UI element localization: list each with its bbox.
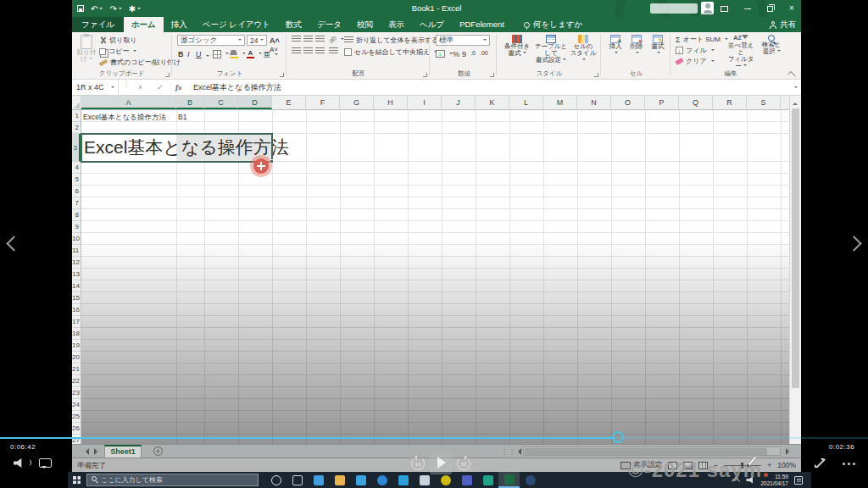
column-header-M[interactable]: M [543,96,577,109]
column-header-P[interactable]: P [645,96,679,109]
column-header-G[interactable]: G [340,96,374,109]
copy-button[interactable]: コピー [99,47,136,56]
delete-cells-button[interactable]: × 削除 [626,35,647,57]
row-header-7[interactable]: 7 [72,197,81,209]
row-header-5[interactable]: 5 [72,174,81,186]
cells-area[interactable]: Excel基本となる操作方法 B1 Excel基本となる操作方法 [81,110,789,444]
column-header-H[interactable]: H [374,96,408,109]
accounting-format-button[interactable]: $ [436,50,453,58]
taskbar-app-excel[interactable] [498,472,520,488]
name-box-caret-icon[interactable] [111,86,114,90]
ribbon-tab-file[interactable]: ファイル [72,17,124,32]
decrease-indent-button[interactable] [329,47,338,55]
action-center-icon[interactable] [794,476,803,485]
row-header-1[interactable]: 1 [72,110,81,122]
column-header-Q[interactable]: Q [679,96,713,109]
minimize-button[interactable] [738,0,757,17]
row-header-27[interactable]: 27 [72,435,81,444]
decrease-decimal-button[interactable]: .00 [480,50,488,56]
formula-content[interactable]: Excel基本となる操作方法 [193,80,281,96]
new-sheet-icon[interactable]: + [153,446,163,456]
cell-styles-button[interactable]: セルのスタイル [569,35,598,64]
zoom-level[interactable]: 100% [777,461,796,469]
account-name[interactable] [650,3,698,14]
scroll-right-icon[interactable] [786,448,793,455]
redo-icon[interactable]: ↷ [109,4,121,14]
number-dialog-launcher-icon[interactable] [490,73,494,77]
ribbon-tab[interactable]: PDFelement [452,17,512,32]
increase-decimal-button[interactable]: .0 [470,50,476,56]
taskbar-app-photos[interactable] [308,472,329,488]
row-header-3[interactable]: 3 [72,134,81,162]
insert-cells-button[interactable]: + 挿入 [605,35,626,57]
close-button[interactable]: × [782,0,801,17]
italic-button[interactable]: I [187,50,190,58]
grid-body[interactable]: 1234567891011121314151617181920212223242… [72,110,789,444]
column-header-L[interactable]: L [509,96,543,109]
column-header-B[interactable]: B [176,96,204,109]
align-bottom-button[interactable] [315,36,325,43]
underline-caret-icon[interactable] [206,55,209,58]
row-header-20[interactable]: 20 [72,352,81,363]
timeline-playhead[interactable] [612,431,624,443]
taskbar-app-file-explorer[interactable] [329,472,350,488]
more-options-icon[interactable] [843,463,855,465]
align-top-button[interactable] [292,36,301,43]
wrap-text-button[interactable]: 折り返して全体を表示する [344,36,438,45]
save-icon[interactable] [77,5,84,12]
align-left-button[interactable] [292,47,301,55]
font-dialog-launcher-icon[interactable] [280,73,284,77]
taskbar-app-screen-recorder[interactable] [520,472,541,488]
align-middle-button[interactable] [303,36,313,43]
scroll-up-icon[interactable] [793,100,798,105]
row-header-19[interactable]: 19 [72,340,81,352]
comma-style-button[interactable]: 9 [462,50,466,58]
enter-icon[interactable]: ✓ [157,80,164,96]
row-header-8[interactable]: 8 [72,209,81,221]
ribbon-tab[interactable]: ページ レイアウト [195,17,278,32]
row-header-6[interactable]: 6 [72,186,81,197]
align-center-button[interactable] [303,47,313,55]
taskbar-app-edge[interactable] [371,472,392,488]
avatar[interactable] [701,2,714,14]
number-format-select[interactable]: 標準 [436,35,490,46]
column-header-D[interactable]: D [238,96,272,109]
row-header-11[interactable]: 11 [72,245,81,257]
fullscreen-icon[interactable] [814,458,825,469]
ribbon-display-options-button[interactable] [715,0,733,17]
ruby-button[interactable]: 亜 [264,50,278,59]
row-header-18[interactable]: 18 [72,328,81,340]
cancel-icon[interactable]: × [138,80,142,96]
vertical-scrollbar[interactable] [789,96,800,444]
taskbar-app-mail[interactable] [392,472,414,488]
column-header-S[interactable]: S [747,96,781,109]
row-header-25[interactable]: 25 [72,411,81,423]
find-select-button[interactable]: 検索と選択 [758,35,785,55]
column-header-C[interactable]: C [204,96,238,109]
grow-font-button[interactable]: A˄ [270,36,280,45]
bold-button[interactable]: B [178,50,184,58]
taskbar-app-app-blue[interactable] [456,472,477,488]
taskbar-app-task-view[interactable] [287,472,308,488]
ribbon-tab[interactable]: 校閲 [349,17,381,32]
ribbon-tab[interactable]: 数式 [278,17,309,32]
insert-function-icon[interactable]: fx [175,80,182,96]
ribbon-tab[interactable]: ホーム [124,17,164,32]
row-header-23[interactable]: 23 [72,387,81,399]
row-header-9[interactable]: 9 [72,221,81,233]
column-header-F[interactable]: F [306,96,340,109]
row-header-26[interactable]: 26 [72,423,81,435]
taskbar-app-store[interactable] [350,472,371,488]
format-cells-button[interactable]: ✎ 書式 [648,35,668,57]
select-all-corner[interactable] [72,96,81,109]
clipboard-dialog-launcher-icon[interactable] [165,73,170,77]
share-button[interactable]: 共有 [770,17,796,32]
column-header-K[interactable]: K [476,96,509,109]
row-header-13[interactable]: 13 [72,269,81,280]
paste-button[interactable]: 貼り付け [75,35,97,63]
taskbar-app-app-teal[interactable] [477,472,498,488]
column-header-A[interactable]: A [81,96,176,109]
column-header-J[interactable]: J [442,96,476,109]
row-header-10[interactable]: 10 [72,233,81,245]
column-header-E[interactable]: E [272,96,306,109]
